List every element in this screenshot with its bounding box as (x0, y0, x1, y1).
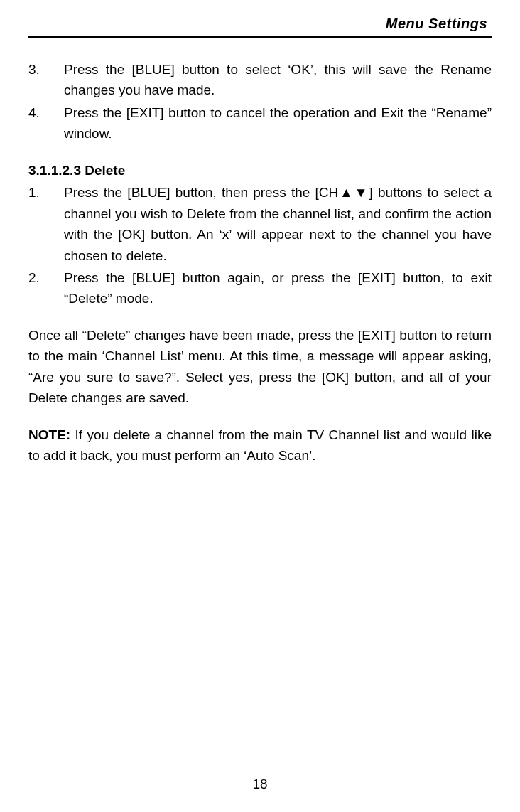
header-title: Menu Settings (28, 16, 492, 32)
rename-step-3: 3. Press the [BLUE] button to select ‘OK… (28, 59, 492, 101)
list-number: 1. (28, 182, 64, 266)
rename-step-4: 4. Press the [EXIT] button to cancel the… (28, 102, 492, 144)
list-number: 4. (28, 102, 64, 144)
delete-step-2: 2. Press the [BLUE] button again, or pre… (28, 267, 492, 309)
delete-heading: 3.1.1.2.3 Delete (28, 160, 492, 181)
list-text: Press the [BLUE] button, then press the … (64, 182, 492, 266)
list-number: 3. (28, 59, 64, 101)
delete-step-1: 1. Press the [BLUE] button, then press t… (28, 182, 492, 266)
page-number: 18 (0, 776, 520, 792)
delete-after-paragraph: Once all “Delete” changes have been made… (28, 325, 492, 409)
list-text: Press the [EXIT] button to cancel the op… (64, 102, 492, 144)
note-text: If you delete a channel from the main TV… (28, 427, 492, 463)
note-paragraph: NOTE: If you delete a channel from the m… (28, 424, 492, 466)
list-text: Press the [BLUE] button to select ‘OK’, … (64, 59, 492, 101)
note-label: NOTE: (28, 427, 70, 442)
list-number: 2. (28, 267, 64, 309)
body-content: 3. Press the [BLUE] button to select ‘OK… (28, 38, 492, 466)
list-text: Press the [BLUE] button again, or press … (64, 267, 492, 309)
